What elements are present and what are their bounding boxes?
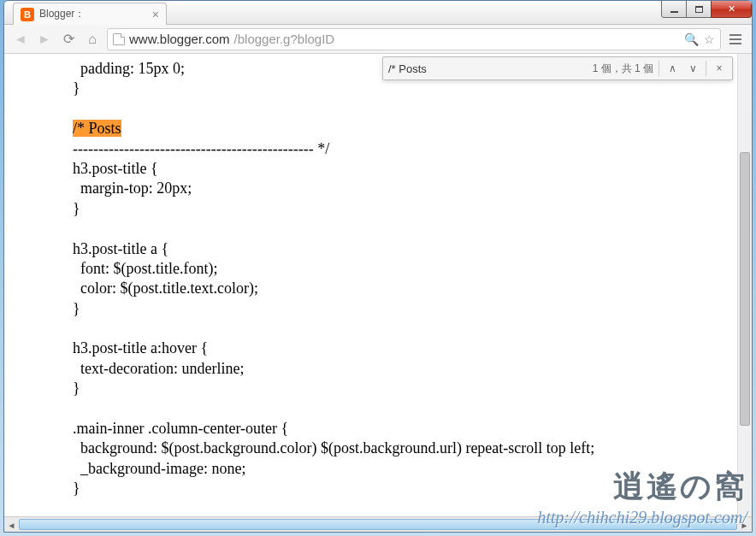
code-line: } [73,79,752,98]
code-line: } [73,199,752,219]
titlebar: B Blogger： × ✕ [4,1,752,25]
code-line: font: $(post.title.font); [73,259,752,279]
browser-tab[interactable]: B Blogger： × [13,3,167,25]
maximize-button[interactable] [686,0,712,18]
tab-close-icon[interactable]: × [152,8,159,21]
minimize-button[interactable] [661,0,687,18]
home-button[interactable]: ⌂ [83,30,102,49]
bookmark-star-icon[interactable]: ☆ [704,32,715,46]
reload-button[interactable]: ⟳ [59,30,78,49]
url-path: /blogger.g?blogID [234,32,335,46]
scroll-left-icon[interactable]: ◄ [4,517,19,533]
address-bar[interactable]: www.blogger.com/blogger.g?blogID 🔍 ☆ [107,28,721,50]
tab-strip: B Blogger： × [4,1,752,25]
horizontal-scrollbar[interactable]: ◄ ► [4,516,752,532]
code-line [73,99,752,119]
code-line: } [73,479,752,498]
scroll-right-icon[interactable]: ► [737,517,752,533]
window-controls: ✕ [662,0,752,18]
find-highlight: /* Posts [73,120,121,137]
code-content[interactable]: padding: 15px 0; } /* Posts ------------… [4,54,752,499]
page-icon [113,33,125,45]
back-button[interactable]: ◄ [11,30,30,49]
scrollbar-thumb[interactable] [740,152,750,426]
code-line: background: $(post.background.color) $(p… [73,439,752,458]
code-line [73,399,752,419]
forward-button[interactable]: ► [35,30,54,49]
code-line: } [73,299,752,319]
page-content: 1 個，共 1 個 ∧ ∨ × padding: 15px 0; } /* Po… [4,54,752,516]
close-button[interactable]: ✕ [711,0,752,18]
code-line: _background-image: none; [73,459,752,479]
code-line [73,219,752,239]
code-line: h3.post-title a { [73,239,752,259]
code-line: h3.post-title a:hover { [73,339,752,358]
find-bar: 1 個，共 1 個 ∧ ∨ × [382,56,733,80]
code-line: h3.post-title { [73,159,752,179]
code-line: } [73,379,752,398]
toolbar: ◄ ► ⟳ ⌂ www.blogger.com/blogger.g?blogID… [4,25,752,54]
code-line: ----------------------------------------… [73,139,752,159]
vertical-scrollbar[interactable] [737,54,752,516]
code-line: margin-top: 20px; [73,179,752,198]
find-prev-button[interactable]: ∧ [664,61,680,76]
find-input[interactable] [388,62,588,75]
find-close-button[interactable]: × [712,61,727,76]
code-line: /* Posts [73,119,752,138]
url-host: www.blogger.com [129,32,230,46]
code-line: .main-inner .column-center-outer { [73,419,752,439]
tab-title: Blogger： [39,7,85,21]
code-line: color: $(post.title.text.color); [73,279,752,298]
browser-window: B Blogger： × ✕ ◄ ► ⟳ ⌂ www.blogger.com/b… [3,0,753,533]
code-line [73,319,752,339]
find-next-button[interactable]: ∨ [685,61,700,76]
menu-button[interactable] [726,30,745,49]
zoom-icon[interactable]: 🔍 [684,32,699,46]
scrollbar-thumb[interactable] [19,519,737,530]
blogger-favicon: B [21,8,34,21]
code-line: text-decoration: underline; [73,359,752,379]
find-count: 1 個，共 1 個 [593,62,653,76]
